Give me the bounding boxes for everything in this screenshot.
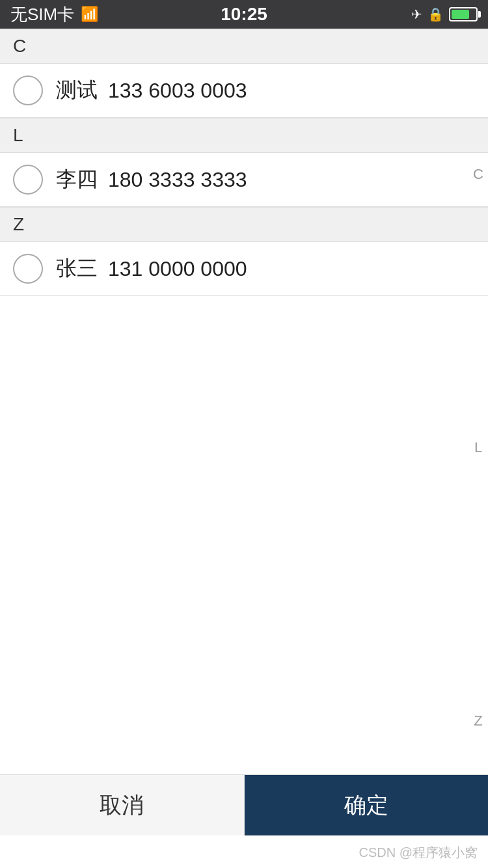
radio-button-zhangsan[interactable] bbox=[13, 254, 43, 284]
alpha-l[interactable]: L bbox=[468, 435, 488, 461]
confirm-button[interactable]: 确定 bbox=[245, 775, 489, 835]
cancel-button[interactable]: 取消 bbox=[0, 775, 245, 835]
battery-fill bbox=[452, 10, 469, 19]
bottom-bar: 取消 确定 bbox=[0, 774, 488, 835]
status-time: 10:25 bbox=[221, 4, 267, 25]
battery-icon bbox=[449, 7, 478, 21]
contact-name: 李四 bbox=[56, 165, 98, 194]
contact-name: 测试 bbox=[56, 76, 98, 105]
radio-button-ceshi[interactable] bbox=[13, 75, 43, 105]
wifi-icon: 📶 bbox=[81, 6, 98, 23]
radio-button-lisi[interactable] bbox=[13, 165, 43, 195]
status-left: 无SIM卡 📶 bbox=[10, 3, 98, 26]
contact-name: 张三 bbox=[56, 254, 98, 283]
watermark: CSDN @程序猿小窝 bbox=[359, 844, 478, 861]
status-bar: 无SIM卡 📶 10:25 ✈ 🔒 bbox=[0, 0, 488, 29]
section-header-c: C bbox=[0, 29, 488, 64]
alphabet-index: C L Z bbox=[468, 57, 488, 864]
contact-item[interactable]: 李四 180 3333 3333 bbox=[0, 153, 488, 207]
contact-list: C 测试 133 6003 0003 L 李四 180 3333 3333 Z … bbox=[0, 29, 488, 296]
contact-item[interactable]: 张三 131 0000 0000 bbox=[0, 242, 488, 296]
contact-phone: 133 6003 0003 bbox=[108, 79, 247, 103]
carrier-text: 无SIM卡 bbox=[10, 3, 74, 26]
section-header-l: L bbox=[0, 118, 488, 153]
alpha-z[interactable]: Z bbox=[468, 708, 488, 734]
section-header-z: Z bbox=[0, 207, 488, 242]
status-right: ✈ 🔒 bbox=[411, 7, 478, 22]
contact-item[interactable]: 测试 133 6003 0003 bbox=[0, 64, 488, 118]
location-icon: ✈ bbox=[411, 7, 422, 22]
lock-icon: 🔒 bbox=[427, 7, 444, 22]
alpha-c[interactable]: C bbox=[468, 161, 488, 187]
contact-phone: 131 0000 0000 bbox=[108, 257, 247, 281]
contact-phone: 180 3333 3333 bbox=[108, 168, 247, 192]
